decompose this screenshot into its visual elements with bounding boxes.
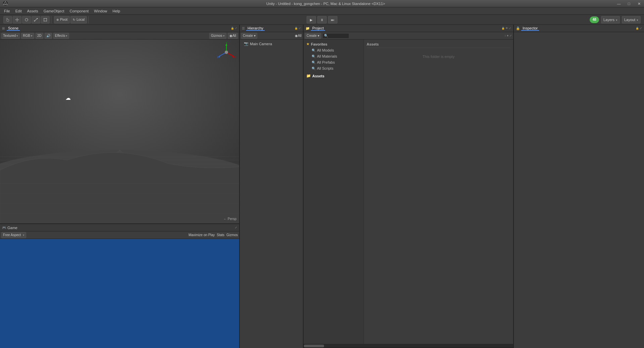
hierarchy-tab[interactable]: Hierarchy <box>246 26 265 31</box>
project-maximize-icon[interactable]: ⤢ <box>509 27 511 30</box>
inspector-lock-icon[interactable]: 🔒 <box>636 27 639 30</box>
menu-component[interactable]: Component <box>67 8 91 14</box>
menu-edit[interactable]: Edit <box>13 8 24 14</box>
svg-marker-7 <box>17 21 17 22</box>
hand-tool-button[interactable] <box>3 16 12 23</box>
all-prefabs-label: All Prefabs <box>317 60 335 64</box>
svg-point-57 <box>225 51 228 54</box>
main-area: ⊞ Scene 🔒 ⤢ Textured RGB 2D <box>0 25 644 348</box>
project-toolbar-controls: ↕ ★ ⤢ <box>504 34 512 37</box>
svg-marker-6 <box>17 18 17 18</box>
svg-text:Y: Y <box>226 42 228 44</box>
scene-tab[interactable]: Scene <box>7 26 20 31</box>
scene-lock-icon[interactable]: 🔒 <box>231 27 234 30</box>
svg-text:Z: Z <box>217 56 219 59</box>
project-scrollbar-h[interactable] <box>304 344 513 347</box>
project-favorites-header[interactable]: ★ Favorites <box>304 41 364 47</box>
layout-dropdown[interactable]: Layout <box>622 16 641 23</box>
project-search-input[interactable] <box>322 33 349 39</box>
project-sort-icon[interactable]: ↕ <box>504 34 506 37</box>
audio-button[interactable]: 🔊 <box>45 33 52 39</box>
favorites-star-icon: ★ <box>306 42 310 46</box>
svg-rect-13 <box>34 20 35 21</box>
menu-window[interactable]: Window <box>91 8 110 14</box>
close-button[interactable]: ✕ <box>634 0 644 7</box>
local-label: Local <box>76 18 85 21</box>
minimize-button[interactable]: — <box>614 0 624 7</box>
game-panel-controls: ⤢ <box>235 226 237 229</box>
unity-icon <box>3 1 8 7</box>
svg-rect-14 <box>44 18 47 21</box>
scene-background <box>0 40 239 223</box>
svg-point-17 <box>44 21 44 21</box>
persp-label[interactable]: ← Persp <box>223 217 236 221</box>
rgb-dropdown[interactable]: RGB <box>21 33 34 39</box>
layers-label: Layers <box>603 18 614 22</box>
game-panel: 🎮 Game ⤢ Free Aspect ▾ Maximize on Play … <box>0 224 239 348</box>
hierarchy-lock-icon[interactable]: 🔒 <box>294 27 298 30</box>
game-maximize-icon[interactable]: ⤢ <box>235 226 237 229</box>
menu-help[interactable]: Help <box>110 8 123 14</box>
all-scripts-label: All Scripts <box>317 66 333 70</box>
hierarchy-all-label[interactable]: ◉All <box>295 34 302 38</box>
step-button[interactable]: ⏭ <box>328 16 337 23</box>
scene-viewport[interactable]: ☁ Y X Z <box>0 40 239 223</box>
project-assets-header[interactable]: 📁 Assets <box>304 73 364 79</box>
play-button[interactable]: ▶ <box>307 16 316 23</box>
project-all-materials[interactable]: 🔍 All Materials <box>304 53 364 59</box>
svg-marker-8 <box>15 19 16 20</box>
menu-gameobject[interactable]: GameObject <box>41 8 67 14</box>
2d-label: 2D <box>37 34 42 38</box>
svg-marker-9 <box>18 19 19 20</box>
project-star-icon[interactable]: ★ <box>506 34 509 37</box>
project-lock-icon[interactable]: 🔒 <box>501 27 505 30</box>
scene-maximize-icon[interactable]: ⤢ <box>235 27 237 30</box>
textured-label: Textured <box>3 34 16 38</box>
project-all-models[interactable]: 🔍 All Models <box>304 47 364 53</box>
menu-file[interactable]: File <box>1 8 13 14</box>
rect-tool-button[interactable] <box>41 16 50 23</box>
favorites-label: Favorites <box>311 42 327 46</box>
inspector-panel: 🔒 Inspector 🔒 ⤢ <box>513 25 644 348</box>
gizmos-dropdown[interactable]: Gizmos <box>209 33 226 39</box>
game-gizmos-label[interactable]: Gizmos <box>226 233 238 237</box>
rotate-tool-button[interactable] <box>22 16 31 23</box>
project-all-prefabs[interactable]: 🔍 All Prefabs <box>304 59 364 65</box>
game-viewport[interactable] <box>0 239 239 348</box>
maximize-button[interactable]: □ <box>624 0 634 7</box>
scale-tool-button[interactable] <box>32 16 40 23</box>
2d-button[interactable]: 2D <box>36 33 43 39</box>
fps-counter: 48 <box>590 16 599 23</box>
menu-assets[interactable]: Assets <box>24 8 41 14</box>
pause-button[interactable]: ⏸ <box>317 16 327 23</box>
inspector-tab[interactable]: Inspector <box>521 26 539 31</box>
textured-dropdown[interactable]: Textured <box>1 33 20 39</box>
effects-dropdown[interactable]: Effects <box>53 33 69 39</box>
free-aspect-dropdown[interactable]: Free Aspect ▾ <box>1 232 26 238</box>
game-tab[interactable]: Game <box>6 226 19 230</box>
gizmos-chevron-icon <box>223 34 225 38</box>
project-tab[interactable]: Project <box>311 26 325 31</box>
local-button[interactable]: ↻ Local <box>70 16 87 23</box>
all-layers-button[interactable]: ◉All <box>228 33 238 39</box>
project-create-dropdown[interactable]: Create ▾ <box>305 33 321 39</box>
hierarchy-create-dropdown[interactable]: Create ▾ <box>241 33 257 39</box>
project-all-scripts[interactable]: 🔍 All Scripts <box>304 65 364 71</box>
project-eye-icon[interactable]: 👁 <box>505 27 508 30</box>
hierarchy-create-label: Create ▾ <box>243 34 256 38</box>
right-area: 📁 Project 🔒 👁 ⤢ Create ▾ ↕ ★ ⤢ <box>304 25 513 348</box>
hierarchy-item-main-camera[interactable]: 📷 Main Camera <box>240 41 303 47</box>
stats-label[interactable]: Stats <box>217 233 224 237</box>
empty-folder-message: This folder is empty <box>367 55 511 59</box>
inspector-maximize-icon[interactable]: ⤢ <box>640 27 642 30</box>
layers-dropdown[interactable]: Layers <box>601 16 620 23</box>
game-tab-header: 🎮 Game ⤢ <box>0 224 239 231</box>
maximize-on-play-label[interactable]: Maximize on Play <box>189 233 215 237</box>
project-grid-icon[interactable]: ⤢ <box>509 34 512 37</box>
project-panel-controls: 🔒 👁 ⤢ <box>501 27 511 30</box>
project-panel-icon: 📁 <box>306 26 310 30</box>
game-toolbar: Free Aspect ▾ Maximize on Play Stats Giz… <box>0 231 239 239</box>
hierarchy-maximize-icon[interactable]: ⤢ <box>299 27 301 30</box>
move-tool-button[interactable] <box>13 16 21 23</box>
pivot-button[interactable]: ⊕ Pivot <box>54 16 70 23</box>
